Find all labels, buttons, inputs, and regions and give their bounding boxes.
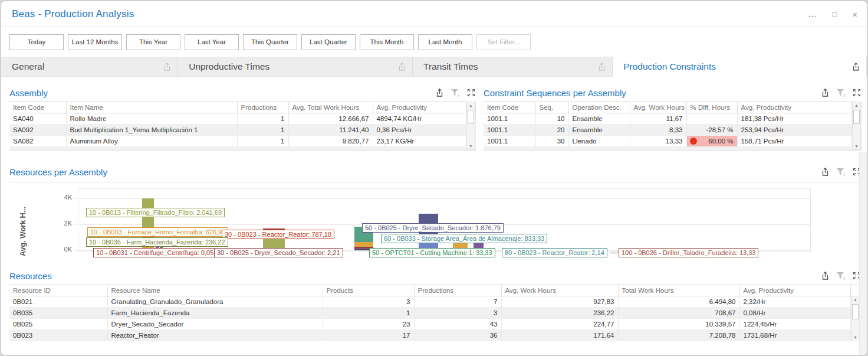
chart-data-label: 10 - 0B035 - Farm_Hacienda_Fazenda: 236,… [86,237,228,247]
chart-data-label: 30 - 0B025 - Dryer_Secado_Secador: 2,21 [214,248,343,257]
table-row[interactable]: SA082Aluminium Alloy19.820,7723,17 KG/Hr [9,136,475,147]
filter-button-last-year[interactable]: Last Year [185,34,239,50]
export-button[interactable] [435,88,444,97]
cell: Llenado [568,136,630,147]
column-header-avg-productivity[interactable]: Avg. Productivity [739,285,850,296]
export-icon [851,62,860,71]
table-row[interactable]: SA092Bud Multiplication 1_Yema Multiplic… [9,125,475,136]
export-icon [397,62,406,71]
column-header-resource-id[interactable]: Resource ID [9,285,107,296]
resources-table: Resource IDResource NameProductsProducti… [9,285,860,341]
titlebar: Beas - Production Analysis ... □ × [1,1,867,27]
scroll-thumb[interactable] [853,110,860,124]
filter-button-today[interactable]: Today [9,34,64,50]
table-row[interactable]: 0B023Reactor_Reator1736171,647.208,78173… [9,330,860,341]
column-header-avg-total-work-hours[interactable]: Avg. Total Work Hours [288,102,373,113]
cell: 1 [237,125,288,136]
constraints-header: Constraint Sequences per Assembly x [484,84,861,102]
tab-production-constraints[interactable]: Production Constraints [613,57,867,77]
export-button[interactable] [821,167,830,177]
close-icon[interactable]: × [852,10,857,19]
scroll-up-icon[interactable]: ▲ [851,298,859,302]
table-row[interactable]: 0B025Dryer_Secado_Secador2343224,7710.33… [9,319,860,330]
column-header-productions[interactable]: Productions [237,102,288,113]
expand-icon [467,89,475,97]
scroll-thumb[interactable] [468,110,474,124]
table-row[interactable]: SA040Rollo Madre112.666,674894,74 KG/Hr [9,113,475,125]
window-scrollbar[interactable] [859,152,867,355]
constraints-scrollbar[interactable]: ▲ ▼ [852,102,861,150]
svg-text:x: x [843,172,846,177]
tab-general[interactable]: General [1,57,178,77]
table-row[interactable]: 0B021Granulating_Granulado_Granuladora37… [9,296,860,308]
export-icon [821,271,830,280]
filter-clear-icon: x [836,168,846,177]
column-header-item-code[interactable]: Item Code [484,102,535,113]
column-header-item-code[interactable]: Item Code [9,102,66,113]
cell: 60,00 % [686,136,737,147]
column-header-avg-productivity[interactable]: Avg. Productivity [373,102,466,113]
chart-data-label: 10 - 0B003 - Furnace_Horno_Fornalha: 626… [87,227,228,237]
clear-filter-button[interactable]: x [836,272,846,280]
column-header--diff-hours[interactable]: % Diff. Hours [686,102,737,113]
more-options-icon[interactable]: ... [808,10,817,18]
column-header-seq-[interactable]: Seq. [535,102,568,113]
assembly-scrollbar[interactable]: ▲ ▼ [466,102,475,150]
expand-button[interactable] [853,89,861,97]
filter-button-this-quarter[interactable]: This Quarter [243,34,297,50]
maximize-icon[interactable]: □ [832,11,837,18]
chart-data-label: 10 - 0B031 - Centrifuge_Centrífuga: 0,05 [93,248,216,257]
y-tick-label: 2K [52,220,72,227]
cell: Ensamble [568,113,630,125]
column-header-total-work-hours[interactable]: Total Work Hours [618,285,739,296]
table-row[interactable]: 1001.130Llenado13,3360,00 %158,71 Pcs/Hr [484,136,861,147]
scroll-thumb[interactable] [852,304,859,319]
resources-scrollbar[interactable]: ▲ ▼ [851,296,860,341]
cell: 11.241,40 [288,125,373,136]
set-filter-button[interactable]: Set Filter... [476,34,531,50]
column-header-avg-work-hours[interactable]: Avg. Work Hours [630,102,686,113]
column-header-avg-work-hours[interactable]: Avg. Work Hours [501,285,618,296]
assembly-header: Assembly x [9,84,475,102]
table-row[interactable]: 1001.120Ensamble8,33-28,57 %253,94 Pcs/H… [484,125,861,136]
cell: 708,67 [618,308,739,319]
column-header-item-name[interactable]: Item Name [66,102,237,113]
clear-filter-button[interactable]: x [451,89,461,97]
filter-button-last-quarter[interactable]: Last Quarter [301,34,356,50]
scroll-down-icon[interactable]: ▼ [851,335,859,339]
column-header-products[interactable]: Products [323,285,414,296]
column-header-avg-productivity[interactable]: Avg. Productivity [737,102,851,113]
tab-label: General [1,61,44,72]
export-button[interactable] [597,62,606,74]
export-button[interactable] [821,88,830,97]
filter-button-this-month[interactable]: This Month [360,34,414,50]
filter-button-last-12-months[interactable]: Last 12 Months [68,34,122,50]
export-button[interactable] [851,62,860,74]
tab-transit-times[interactable]: Transit Times [413,57,613,77]
export-button[interactable] [821,271,830,280]
table-row[interactable]: 1001.110Ensamble11,67181,38 Pcs/Hr [484,113,861,125]
export-button[interactable] [163,62,172,74]
column-header-productions[interactable]: Productions [414,285,501,296]
cell: 1 [323,308,414,319]
table-row[interactable]: 0B035Farm_Hacienda_Fazenda13236,22708,67… [9,308,860,319]
scroll-up-icon[interactable]: ▲ [467,103,475,107]
column-header-resource-name[interactable]: Resource Name [107,285,323,296]
filter-button-this-year[interactable]: This Year [126,34,180,50]
assembly-panel: Assembly x Item CodeItem NameProductions… [9,84,475,151]
scroll-down-icon[interactable]: ▼ [467,144,475,148]
expand-button[interactable] [467,89,475,97]
filter-button-last-month[interactable]: Last Month [418,34,472,50]
scroll-down-icon[interactable]: ▼ [853,144,860,148]
clear-filter-button[interactable]: x [836,168,846,177]
cell: 11,67 [630,113,686,125]
clear-filter-button[interactable]: x [836,89,846,97]
cell: 236,22 [501,308,618,319]
cell: Aluminium Alloy [66,136,237,147]
export-button[interactable] [397,62,406,74]
column-header-operation-desc-[interactable]: Operation Desc. [568,102,630,113]
tab-unproductive-times[interactable]: Unproductive Times [178,57,413,77]
scroll-up-icon[interactable]: ▲ [853,103,860,107]
cell: 1001.1 [484,136,535,147]
tab-label: Production Constraints [613,61,716,72]
